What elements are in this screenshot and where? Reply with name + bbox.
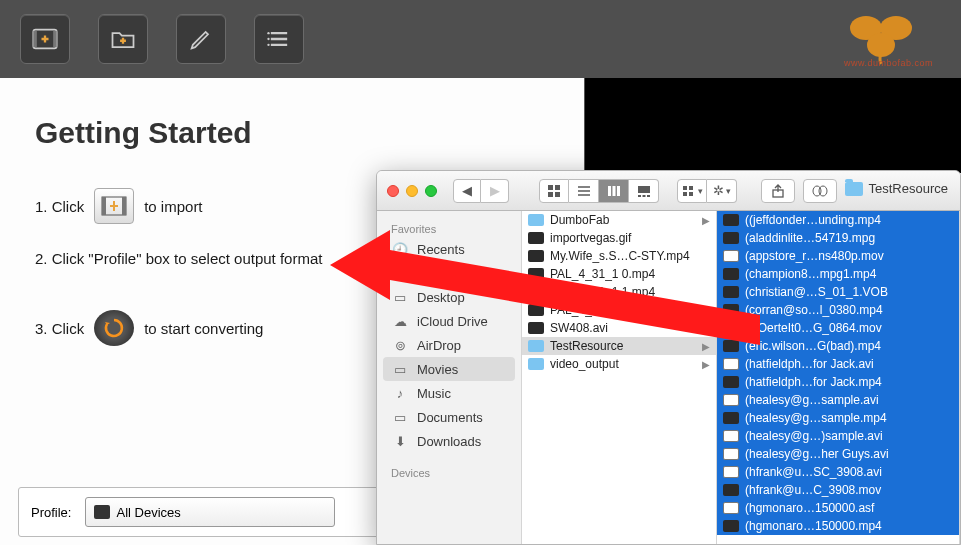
file-row[interactable]: importvegas.gif	[522, 229, 716, 247]
file-icon	[723, 448, 739, 460]
file-icon	[528, 232, 544, 244]
tags-button[interactable]	[803, 179, 837, 203]
file-icon	[723, 412, 739, 424]
file-name: (healesy@g…her Guys.avi	[745, 447, 889, 461]
file-icon	[723, 214, 739, 226]
add-video-icon	[31, 25, 59, 53]
folder-icon	[528, 340, 544, 352]
maximize-window-button[interactable]	[425, 185, 437, 197]
edit-button[interactable]	[176, 14, 226, 64]
file-name: (hatfieldph…for Jack.avi	[745, 357, 874, 371]
list-icon	[265, 25, 293, 53]
finder-window: ◀ ▶ ▾ ✲▾ TestResource Favorites 🕘Recents…	[376, 170, 961, 545]
svg-rect-24	[683, 192, 687, 196]
svg-rect-21	[642, 195, 645, 197]
list-button[interactable]	[254, 14, 304, 64]
profile-select[interactable]: All Devices	[85, 497, 335, 527]
svg-rect-15	[555, 192, 560, 197]
share-button[interactable]	[761, 179, 795, 203]
file-row[interactable]: (corran@so…l_0380.mp4	[717, 301, 959, 319]
sidebar-item-airdrop[interactable]: ⊚AirDrop	[377, 333, 521, 357]
sidebar-item-label: AirDrop	[417, 338, 461, 353]
file-row[interactable]: (hfrank@u…C_3908.mov	[717, 481, 959, 499]
sidebar-item-downloads[interactable]: ⬇Downloads	[377, 429, 521, 453]
svg-rect-13	[555, 185, 560, 190]
file-row[interactable]: (hatfieldph…for Jack.mp4	[717, 373, 959, 391]
sidebar-item-label: Downloads	[417, 434, 481, 449]
file-row[interactable]: SW408.avi	[522, 319, 716, 337]
sidebar-section-devices: Devices	[377, 463, 521, 481]
file-row[interactable]: DumboFab▶	[522, 211, 716, 229]
icon-view-button[interactable]	[539, 179, 569, 203]
profile-label: Profile:	[31, 505, 71, 520]
file-name: ((jeffdonder…unding.mp4	[745, 213, 881, 227]
svg-point-29	[819, 186, 827, 196]
file-icon	[723, 466, 739, 478]
sidebar-item-icloud-drive[interactable]: ☁iCloud Drive	[377, 309, 521, 333]
action-button[interactable]: ✲▾	[707, 179, 737, 203]
sidebar-item-desktop[interactable]: ▭Desktop	[377, 285, 521, 309]
gallery-view-button[interactable]	[629, 179, 659, 203]
folder-icon	[528, 358, 544, 370]
svg-rect-17	[612, 186, 615, 196]
file-row[interactable]: (hgmonaro…150000.mp4	[717, 517, 959, 535]
svg-rect-26	[689, 192, 693, 196]
sidebar-item-recents[interactable]: 🕘Recents	[377, 237, 521, 261]
file-row[interactable]: (christian@…S_01_1.VOB	[717, 283, 959, 301]
column-view-button[interactable]	[599, 179, 629, 203]
finder-col-1[interactable]: DumboFab▶importvegas.gifMy.Wife_s.S…C-ST…	[522, 211, 717, 544]
finder-path-label: TestResource	[869, 181, 948, 196]
file-row[interactable]: (hfrank@u…SC_3908.avi	[717, 463, 959, 481]
forward-button[interactable]: ▶	[481, 179, 509, 203]
file-name: SW408.avi	[550, 321, 608, 335]
file-row[interactable]: ((jeffdonder…unding.mp4	[717, 211, 959, 229]
finder-col-2[interactable]: ((jeffdonder…unding.mp4(aladdinlite…5471…	[717, 211, 960, 544]
svg-rect-18	[617, 186, 620, 196]
file-icon	[723, 268, 739, 280]
add-folder-button[interactable]	[98, 14, 148, 64]
file-row[interactable]: (champion8…mpg1.mp4	[717, 265, 959, 283]
file-row[interactable]: My.Wife_s.S…C-STY.mp4	[522, 247, 716, 265]
app-logo	[841, 10, 921, 65]
file-row[interactable]: (DOerteIt0…G_0864.mov	[717, 319, 959, 337]
page-title: Getting Started	[35, 116, 252, 150]
step-1: 1. Click to import	[35, 188, 203, 224]
step2-text: 2. Click "Profile" box to select output …	[35, 250, 322, 267]
file-row[interactable]: (aladdinlite…54719.mpg	[717, 229, 959, 247]
file-row[interactable]: video_output▶	[522, 355, 716, 373]
profile-value: All Devices	[116, 505, 180, 520]
file-row[interactable]: PAL_4_31_1 1.mp4	[522, 283, 716, 301]
file-row[interactable]: (healesy@g…sample.mp4	[717, 409, 959, 427]
arrange-button[interactable]: ▾	[677, 179, 707, 203]
sidebar-item-movies[interactable]: ▭Movies	[383, 357, 515, 381]
sidebar-item-music[interactable]: ♪Music	[377, 381, 521, 405]
file-row[interactable]: (hatfieldph…for Jack.avi	[717, 355, 959, 373]
file-icon	[528, 250, 544, 262]
file-icon	[528, 286, 544, 298]
file-row[interactable]: (hgmonaro…150000.asf	[717, 499, 959, 517]
file-row[interactable]: (healesy@g…)sample.avi	[717, 427, 959, 445]
file-row[interactable]: PAL_4_31_1 2.mp4	[522, 301, 716, 319]
back-button[interactable]: ◀	[453, 179, 481, 203]
file-name: PAL_4_31_1 2.mp4	[550, 303, 655, 317]
close-window-button[interactable]	[387, 185, 399, 197]
sidebar-item-documents[interactable]: ▭Documents	[377, 405, 521, 429]
file-row[interactable]: (healesy@g…her Guys.avi	[717, 445, 959, 463]
file-icon	[723, 250, 739, 262]
list-view-button[interactable]	[569, 179, 599, 203]
file-name: (appstore_r…ns480p.mov	[745, 249, 884, 263]
file-icon	[723, 340, 739, 352]
file-row[interactable]: PAL_4_31_1 0.mp4	[522, 265, 716, 283]
svg-rect-23	[683, 186, 687, 190]
file-row[interactable]: TestResource▶	[522, 337, 716, 355]
svg-rect-12	[548, 185, 553, 190]
file-icon	[528, 304, 544, 316]
file-row[interactable]: (healesy@g…sample.avi	[717, 391, 959, 409]
view-mode-group	[539, 179, 659, 203]
minimize-window-button[interactable]	[406, 185, 418, 197]
file-row[interactable]: (appstore_r…ns480p.mov	[717, 247, 959, 265]
add-video-button[interactable]	[20, 14, 70, 64]
sidebar-item-applications[interactable]: AApplications	[377, 261, 521, 285]
file-name: (christian@…S_01_1.VOB	[745, 285, 888, 299]
file-row[interactable]: (eric.wilson…G(bad).mp4	[717, 337, 959, 355]
